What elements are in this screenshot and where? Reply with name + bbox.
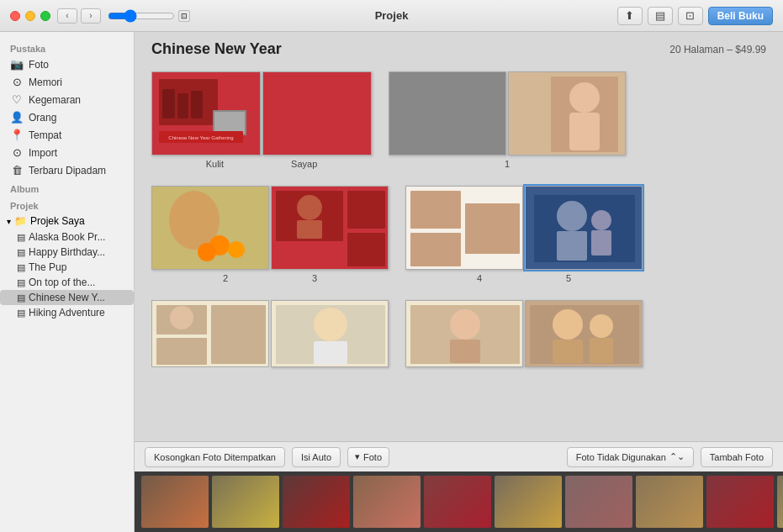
- photo-strip[interactable]: [135, 471, 783, 532]
- page-4-5-spread[interactable]: 4 5: [405, 186, 643, 283]
- svg-point-13: [569, 82, 600, 113]
- page-5[interactable]: [525, 186, 643, 270]
- svg-point-44: [314, 308, 347, 341]
- page-1-left[interactable]: [389, 71, 506, 155]
- page-6[interactable]: [151, 300, 269, 367]
- strip-photo-6[interactable]: [495, 476, 562, 528]
- page-6-7-spread[interactable]: [151, 300, 389, 367]
- sort-dropdown[interactable]: Foto Tidak Digunakan ⌃⌄: [567, 447, 694, 467]
- pages-row-3: [151, 300, 766, 367]
- cover-spread[interactable]: Chinese New Year Gathering Kulit Sayap: [151, 71, 372, 169]
- svg-rect-45: [314, 341, 347, 365]
- close-button[interactable]: [10, 11, 20, 21]
- strip-photo-7[interactable]: [565, 476, 632, 528]
- svg-rect-4: [191, 91, 203, 119]
- sidebar-item-hiking[interactable]: ▤ Hiking Adventure: [0, 305, 134, 320]
- sidebar-item-kegemaran[interactable]: ♡ Kegemaran: [0, 91, 134, 108]
- content-area: Chinese New Year 20 Halaman – $49.99: [135, 32, 783, 532]
- svg-rect-54: [553, 340, 583, 363]
- auto-fill-button[interactable]: Isi Auto: [292, 447, 341, 467]
- sidebar-item-chinese-new-year[interactable]: ▤ Chinese New Y...: [0, 290, 134, 305]
- book-icon-alaska: ▤: [17, 232, 25, 243]
- book-title: Chinese New Year: [151, 40, 282, 58]
- page-7[interactable]: [271, 300, 389, 367]
- strip-photo-8[interactable]: [636, 476, 703, 528]
- fullscreen-button[interactable]: [40, 11, 50, 21]
- forward-button[interactable]: ›: [81, 8, 101, 24]
- book-icon-birthday: ▤: [17, 247, 25, 258]
- pages-row-2: 2 3: [151, 186, 766, 283]
- svg-point-41: [170, 306, 193, 329]
- svg-rect-24: [347, 233, 385, 266]
- svg-rect-2: [162, 89, 175, 119]
- svg-point-25: [297, 195, 322, 220]
- svg-rect-36: [591, 230, 611, 255]
- pages-row-1: Chinese New Year Gathering Kulit Sayap: [151, 71, 766, 169]
- pages-grid: Chinese New Year Gathering Kulit Sayap: [135, 63, 783, 441]
- page-3[interactable]: [271, 186, 389, 270]
- page-2-label: 2: [223, 273, 228, 283]
- project-folder[interactable]: ▾ 📁 Projek Saya: [0, 213, 134, 229]
- sidebar-item-tempat[interactable]: 📍 Tempat: [0, 126, 134, 144]
- page-2[interactable]: [151, 186, 269, 270]
- chevron-down-icon: ▾: [7, 217, 11, 226]
- sidebar-item-on-top[interactable]: ▤ On top of the...: [0, 275, 134, 290]
- bottom-toolbar: Kosongkan Foto Ditempatkan Isi Auto ▾ Fo…: [135, 441, 783, 471]
- strip-photo-3[interactable]: [283, 476, 350, 528]
- page-2-3-spread[interactable]: 2 3: [151, 186, 389, 283]
- page-5-label: 5: [566, 273, 571, 283]
- add-photos-button[interactable]: Tambah Foto: [701, 447, 773, 467]
- strip-photo-5[interactable]: [424, 476, 491, 528]
- back-button[interactable]: ‹: [57, 8, 77, 24]
- strip-photo-10[interactable]: [777, 476, 783, 528]
- sidebar-item-alaska[interactable]: ▤ Alaska Book Pr...: [0, 229, 134, 245]
- page-1-label: 1: [505, 159, 510, 169]
- minimize-button[interactable]: [25, 11, 35, 21]
- folder-icon: 📁: [14, 215, 27, 227]
- strip-photo-2[interactable]: [212, 476, 279, 528]
- sidebar-toggle-button[interactable]: ▤: [648, 7, 673, 25]
- svg-rect-26: [297, 220, 322, 239]
- cover-label: Kulit: [206, 159, 224, 169]
- sidebar-item-happy-birthday[interactable]: ▤ Happy Birthday...: [0, 245, 134, 260]
- sidebar-item-the-pup[interactable]: ▤ The Pup: [0, 260, 134, 275]
- page-4[interactable]: [405, 186, 523, 270]
- svg-point-35: [591, 210, 611, 230]
- book-icon-ontop: ▤: [17, 277, 25, 288]
- svg-rect-6: [214, 112, 245, 134]
- sidebar-item-memori[interactable]: ⊙ Memori: [0, 73, 134, 91]
- cover-right-page[interactable]: [262, 71, 372, 155]
- sidebar-item-terbaru-dipadam[interactable]: 🗑 Terbaru Dipadam: [0, 161, 134, 179]
- kegemaran-icon: ♡: [10, 93, 24, 106]
- page-8-9-spread[interactable]: [405, 300, 643, 367]
- view-toggle-button[interactable]: ⊡: [678, 7, 703, 25]
- svg-point-19: [228, 241, 245, 258]
- svg-rect-55: [590, 338, 613, 363]
- foto-icon: 📷: [10, 58, 24, 71]
- clear-photos-button[interactable]: Kosongkan Foto Ditempatkan: [145, 447, 285, 467]
- cover-left-page[interactable]: Chinese New Year Gathering: [151, 71, 261, 155]
- share-button[interactable]: ⬆: [617, 7, 643, 25]
- window-title: Projek: [375, 9, 409, 22]
- svg-point-53: [590, 314, 613, 338]
- page-1-spread[interactable]: 1: [389, 71, 626, 169]
- sidebar-item-foto[interactable]: 📷 Foto: [0, 55, 134, 73]
- zoom-slider[interactable]: [108, 9, 175, 23]
- page-1-right[interactable]: [508, 71, 626, 155]
- import-icon: ⊙: [10, 146, 24, 159]
- buy-button[interactable]: Beli Buku: [708, 7, 773, 25]
- svg-rect-29: [410, 233, 461, 266]
- sidebar-item-orang[interactable]: 👤 Orang: [0, 108, 134, 126]
- strip-photo-4[interactable]: [353, 476, 421, 528]
- page-9[interactable]: [525, 300, 643, 367]
- page-8[interactable]: [405, 300, 523, 367]
- view-dropdown[interactable]: ▾ Foto: [347, 447, 389, 467]
- sidebar-item-import[interactable]: ⊙ Import: [0, 144, 134, 161]
- svg-rect-3: [177, 93, 188, 119]
- book-meta: 20 Halaman – $49.99: [669, 44, 766, 55]
- svg-rect-23: [347, 191, 385, 229]
- sidebar: Pustaka 📷 Foto ⊙ Memori ♡ Kegemaran 👤 Or…: [0, 32, 135, 532]
- strip-photo-1[interactable]: [141, 476, 209, 528]
- svg-rect-14: [569, 113, 600, 150]
- strip-photo-9[interactable]: [706, 476, 774, 528]
